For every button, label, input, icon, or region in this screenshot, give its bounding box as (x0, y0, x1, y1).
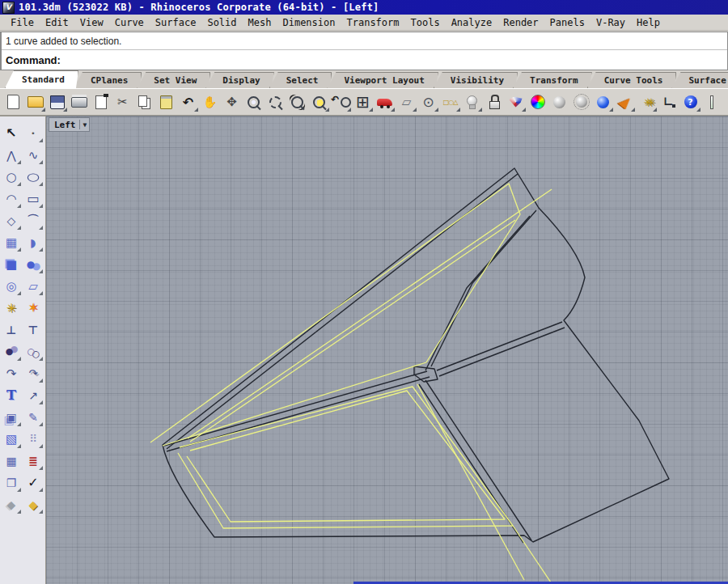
tab-visibility[interactable]: Visibility (434, 72, 518, 88)
vray-icon[interactable] (615, 91, 635, 112)
osnap-icon[interactable] (440, 91, 460, 112)
sphere-icon[interactable] (549, 91, 569, 112)
tab-standard[interactable]: Standard (5, 70, 78, 88)
tool-circle-icon[interactable] (1, 166, 22, 188)
tool-burst-icon[interactable] (23, 297, 44, 319)
tool-grid9-icon[interactable] (1, 450, 22, 472)
tool-arc-icon[interactable] (1, 188, 22, 209)
tool-bend-icon[interactable] (1, 362, 22, 384)
tool-polyline-icon[interactable] (1, 144, 22, 166)
tool-patch-icon[interactable] (23, 231, 44, 253)
tab-curve-tools[interactable]: Curve Tools (587, 72, 677, 88)
menu-edit[interactable]: Edit (40, 15, 74, 30)
tab-surface-tools[interactable]: Surface Tools (671, 72, 728, 88)
help-icon[interactable] (680, 91, 700, 112)
tool-ellipse-icon[interactable] (23, 166, 44, 188)
tab-set-view[interactable]: Set View (137, 72, 210, 88)
new-icon[interactable] (3, 91, 23, 112)
menu-surface[interactable]: Surface (150, 15, 202, 30)
menu-transform[interactable]: Transform (341, 15, 404, 30)
tool-bend2-icon[interactable] (23, 362, 44, 384)
selected-curve-path[interactable] (417, 384, 524, 580)
shade-icon[interactable] (506, 91, 526, 112)
tool-stamp-icon[interactable] (23, 428, 44, 450)
tab-display[interactable]: Display (205, 72, 273, 88)
lamp-icon[interactable] (462, 91, 482, 112)
tool-srfgrid-icon[interactable] (1, 231, 22, 253)
tool-extbox-icon[interactable] (1, 428, 22, 450)
tool-layoutpen-icon[interactable] (23, 406, 44, 428)
viewport-title-tab[interactable]: Left ▼ (49, 117, 90, 132)
viewport-canvas[interactable] (46, 116, 728, 584)
tool-colred-icon[interactable] (23, 450, 44, 472)
print-icon[interactable] (69, 91, 89, 112)
cut-icon[interactable] (112, 91, 133, 112)
cplane-icon[interactable] (396, 91, 417, 112)
gears-icon[interactable] (637, 91, 657, 112)
undo-view-icon[interactable] (331, 91, 351, 112)
rotate-icon[interactable] (222, 91, 242, 112)
wheel-icon[interactable] (527, 91, 548, 112)
menu-v-ray[interactable]: V-Ray (590, 15, 631, 30)
export-icon[interactable] (91, 91, 111, 112)
wireframe-path[interactable] (163, 168, 669, 542)
wireframe-path[interactable] (431, 210, 536, 366)
lock-icon[interactable] (484, 91, 504, 112)
zoom-plus-icon[interactable] (243, 91, 264, 112)
tool-box-icon[interactable] (1, 253, 22, 275)
tool-gears-y-icon[interactable] (1, 297, 22, 319)
car-icon[interactable] (375, 91, 395, 112)
menu-help[interactable]: Help (631, 15, 666, 30)
sphere-box-icon[interactable] (571, 91, 591, 112)
tab-viewport-layout[interactable]: Viewport Layout (327, 72, 438, 88)
tool-movept-icon[interactable] (23, 384, 44, 406)
copy-icon[interactable] (134, 91, 154, 112)
undo-icon[interactable] (178, 91, 198, 112)
menu-file[interactable]: File (5, 15, 40, 30)
pan-icon[interactable] (200, 91, 220, 112)
wireframe-path[interactable] (437, 322, 562, 370)
tab-select[interactable]: Select (269, 72, 332, 88)
tool-spheres-icon[interactable] (23, 253, 44, 275)
tool-blend-icon[interactable] (23, 209, 44, 231)
tool-torus-icon[interactable] (1, 275, 22, 297)
menu-dimension[interactable]: Dimension (277, 15, 341, 30)
menu-tools[interactable]: Tools (405, 15, 446, 30)
tab-transform[interactable]: Transform (513, 72, 592, 88)
menu-curve[interactable]: Curve (109, 15, 150, 30)
paste-icon[interactable] (156, 91, 176, 112)
menu-analyze[interactable]: Analyze (446, 15, 498, 30)
tool-plane-icon[interactable] (23, 275, 44, 297)
viewport-left[interactable]: Left ▼ (46, 116, 728, 584)
tool-curve-icon[interactable] (23, 144, 44, 166)
tool-text-icon[interactable] (1, 384, 22, 406)
selected-curve-path[interactable] (513, 526, 552, 584)
zoom-lasso-icon[interactable] (265, 91, 286, 112)
menu-mesh[interactable]: Mesh (243, 15, 277, 30)
dim-icon[interactable] (658, 91, 679, 112)
open-icon[interactable] (25, 91, 45, 112)
tool-gem-icon[interactable] (23, 493, 44, 515)
wireframe-path[interactable] (439, 328, 565, 376)
vp-layout-icon[interactable] (353, 91, 373, 112)
tool-polygon-icon[interactable] (1, 209, 22, 231)
tool-group-icon[interactable] (1, 406, 22, 428)
tool-rock-icon[interactable] (1, 493, 22, 515)
blue-sphere-icon[interactable] (593, 91, 613, 112)
viewport-menu-arrow-icon[interactable]: ▼ (83, 121, 87, 129)
zoom-selected-icon[interactable] (309, 91, 329, 112)
tool-check-icon[interactable] (23, 472, 44, 493)
tool-bool-dark-icon[interactable] (1, 341, 22, 362)
menu-render[interactable]: Render (497, 15, 544, 30)
tool-bool-light-icon[interactable] (23, 341, 44, 362)
menu-solid[interactable]: Solid (201, 15, 242, 30)
tool-select-icon[interactable] (1, 122, 22, 144)
zoom-window-icon[interactable] (287, 91, 307, 112)
tool-trim-icon[interactable] (1, 319, 22, 341)
command-prompt-input[interactable]: Command: (2, 50, 727, 70)
tool-sheets-icon[interactable] (1, 472, 22, 493)
tool-point-icon[interactable] (23, 122, 44, 144)
wireframe-path[interactable] (164, 371, 427, 446)
ortho-icon[interactable] (418, 91, 438, 112)
tool-split-icon[interactable] (23, 319, 44, 341)
